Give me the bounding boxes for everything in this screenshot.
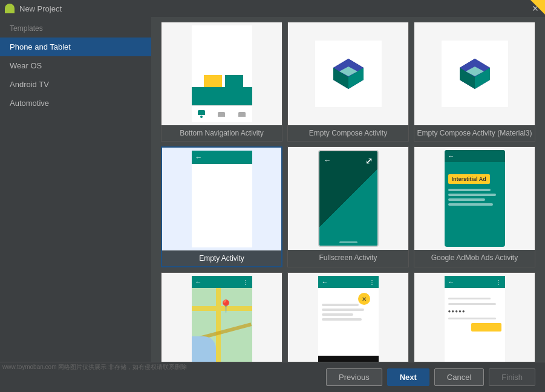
sidebar-item-wear-os[interactable]: Wear OS — [0, 56, 151, 75]
fullscreen-back-arrow: ← — [324, 156, 331, 165]
interstitial-ad-badge: Interstitial Ad — [448, 174, 490, 184]
main-content: Templates Phone and Tablet Wear OS Andro… — [0, 17, 545, 362]
template-label-material3: Empty Compose Activity (Material3) — [414, 125, 534, 141]
watermark: www.toymoban.com 网络图片仅供展示 非存储，如有侵权请联系删除 — [0, 362, 189, 373]
sidebar-section-label: Templates — [0, 22, 151, 38]
gpay-notification-badge: ✕ — [358, 293, 370, 305]
cancel-button[interactable]: Cancel — [434, 368, 484, 386]
sidebar: Templates Phone and Tablet Wear OS Andro… — [0, 17, 151, 362]
settings-stars: ●●●●● — [448, 309, 501, 314]
title-bar: New Project ✕ — [0, 0, 545, 17]
template-gpay[interactable]: ← ⋮ ✕ G Pay — [287, 272, 409, 362]
templates-grid: Bottom Navigation Activity — [151, 17, 545, 362]
next-button[interactable]: Next — [387, 368, 429, 386]
window-title: New Project — [19, 4, 530, 13]
template-preview-fullscreen: ← ⤢ — [288, 147, 408, 250]
template-label-empty-compose: Empty Compose Activity — [307, 125, 390, 141]
template-preview-empty-activity: ← — [162, 148, 281, 250]
template-empty-compose-material3[interactable]: Empty Compose Activity (Material3) — [414, 22, 535, 142]
previous-button[interactable]: Previous — [326, 368, 382, 386]
finish-button[interactable]: Finish — [489, 368, 535, 386]
template-empty-compose[interactable]: Empty Compose Activity — [287, 22, 409, 142]
template-label-empty-activity: Empty Activity — [197, 250, 247, 266]
android-icon — [5, 4, 15, 13]
gpay-logo: G Pay — [339, 361, 356, 362]
template-label-fullscreen: Fullscreen Activity — [316, 250, 379, 266]
sidebar-item-automotive[interactable]: Automotive — [0, 94, 151, 113]
window: New Project ✕ Templates Phone and Tablet… — [0, 0, 545, 392]
sidebar-item-phone-and-tablet[interactable]: Phone and Tablet — [0, 38, 151, 56]
template-maps[interactable]: ← ⋮ 📍 — [161, 272, 282, 362]
expand-icon: ⤢ — [365, 156, 373, 166]
template-preview-login: ← ⋮ ●●●●● — [414, 273, 535, 362]
template-preview-empty-compose — [288, 22, 408, 125]
content-area: Bottom Navigation Activity — [151, 17, 545, 362]
template-preview-admob: ← Interstitial Ad — [414, 147, 535, 250]
template-bottom-navigation[interactable]: Bottom Navigation Activity — [161, 22, 282, 142]
sidebar-item-android-tv[interactable]: Android TV — [0, 75, 151, 94]
template-preview-material3 — [414, 22, 535, 125]
template-label-bottom-nav: Bottom Navigation Activity — [177, 125, 266, 141]
template-preview-gpay: ← ⋮ ✕ G Pay — [288, 273, 408, 362]
template-empty-activity[interactable]: ← Empty Activity — [161, 146, 282, 267]
login-button-mock — [471, 323, 501, 332]
template-login[interactable]: ← ⋮ ●●●●● — [414, 272, 535, 362]
template-admob[interactable]: ← Interstitial Ad Google AdMob Ads Activ… — [414, 146, 535, 267]
template-preview-bottom-nav — [162, 22, 282, 125]
template-preview-maps: ← ⋮ 📍 — [162, 273, 282, 362]
template-label-admob: Google AdMob Ads Activity — [429, 250, 520, 266]
template-fullscreen[interactable]: ← ⤢ Fullscreen Activity — [287, 146, 409, 267]
